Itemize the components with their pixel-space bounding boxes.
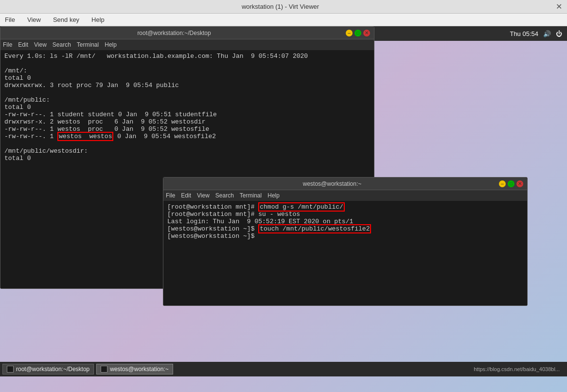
- term1-minimize-button[interactable]: –: [346, 30, 353, 36]
- desktop-area: Applications Places Terminal Thu 05:54 🔊…: [0, 26, 567, 376]
- terminal2-title: westos@workstation:~: [167, 180, 497, 187]
- term1-menu-terminal[interactable]: Terminal: [77, 41, 99, 48]
- terminal1-title: root@workstation:~/Desktop: [4, 30, 344, 36]
- term1-menu-view[interactable]: View: [34, 41, 47, 48]
- term2-menu-search[interactable]: Search: [215, 192, 234, 199]
- virt-viewer-menubar: File View Send key Help: [0, 14, 567, 26]
- term1-menu-help[interactable]: Help: [105, 41, 117, 48]
- term2-menu-edit[interactable]: Edit: [181, 192, 191, 199]
- close-button[interactable]: ✕: [556, 2, 562, 11]
- taskbar-icon-westos: [101, 366, 107, 373]
- term2-menu-terminal[interactable]: Terminal: [240, 192, 262, 199]
- taskbar-item-westos[interactable]: westos@workstation:~: [96, 364, 173, 374]
- highlight-touch: touch /mnt/public/westosfile2: [258, 224, 371, 233]
- virt-viewer-titlebar: workstation (1) - Virt Viewer ✕: [0, 0, 567, 14]
- taskbar-item-root[interactable]: root@workstation:~/Desktop: [2, 364, 94, 374]
- power-icon[interactable]: ⏻: [556, 30, 562, 37]
- highlight-chmod: chmod g-s /mnt/public/: [258, 202, 345, 212]
- term2-minimize-button[interactable]: –: [499, 180, 506, 187]
- term1-menu-file[interactable]: File: [3, 41, 12, 48]
- terminal1-titlebar: root@workstation:~/Desktop – □ ✕: [0, 27, 374, 39]
- clock: Thu 05:54: [510, 30, 538, 37]
- menu-help[interactable]: Help: [89, 15, 107, 24]
- virt-viewer-title: workstation (1) - Virt Viewer: [5, 3, 556, 10]
- taskbar-icon-root: [7, 366, 14, 373]
- term1-menu-edit[interactable]: Edit: [18, 41, 28, 48]
- term1-maximize-button[interactable]: □: [354, 30, 361, 36]
- volume-icon: 🔊: [543, 30, 551, 37]
- taskbar-watermark: https://blog.csdn.net/baidu_4038bl...: [474, 366, 565, 372]
- term1-close-button[interactable]: ✕: [363, 30, 370, 36]
- term2-close-button[interactable]: ✕: [516, 180, 523, 187]
- menu-file[interactable]: File: [2, 15, 18, 24]
- terminal2-content: [root@workstation mnt]# chmod g-s /mnt/p…: [163, 201, 527, 305]
- term1-menu-search[interactable]: Search: [53, 41, 71, 48]
- menu-view[interactable]: View: [25, 15, 43, 24]
- taskbar-label-root: root@workstation:~/Desktop: [16, 366, 89, 373]
- term2-menu-file[interactable]: File: [166, 192, 175, 199]
- terminal2-window: westos@workstation:~ – □ ✕ File Edit Vie…: [163, 177, 528, 306]
- terminal1-menubar: File Edit View Search Terminal Help: [0, 39, 374, 50]
- term2-menu-view[interactable]: View: [197, 192, 210, 199]
- highlight-westos: westos westos: [57, 132, 113, 141]
- term2-maximize-button[interactable]: □: [508, 180, 514, 187]
- menu-sendkey[interactable]: Send key: [51, 15, 82, 24]
- taskbar-label-westos: westos@workstation:~: [110, 366, 169, 373]
- terminal2-titlebar: westos@workstation:~ – □ ✕: [163, 178, 527, 190]
- terminal2-menubar: File Edit View Search Terminal Help: [163, 190, 527, 201]
- term2-menu-help[interactable]: Help: [267, 192, 280, 199]
- taskbar: root@workstation:~/Desktop westos@workst…: [0, 362, 567, 376]
